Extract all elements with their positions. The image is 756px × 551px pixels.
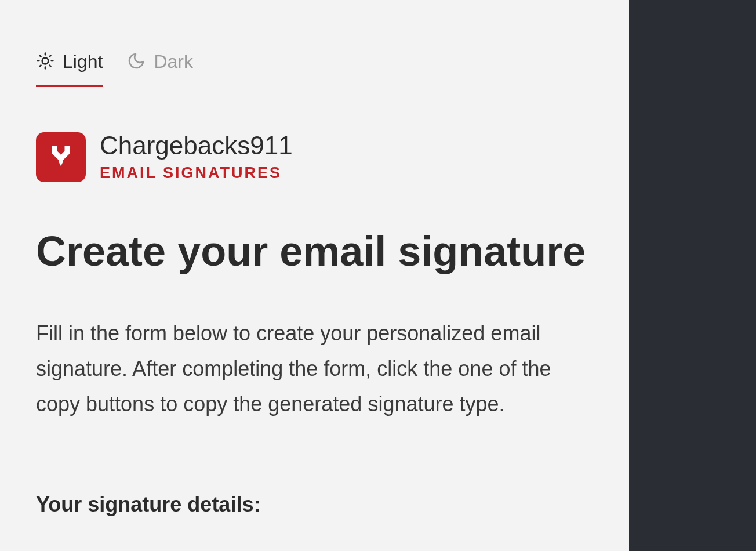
brand-name: Chargebacks911	[100, 133, 293, 158]
svg-point-0	[42, 57, 49, 64]
brand-logo-icon	[46, 141, 76, 173]
sun-icon	[36, 52, 54, 72]
svg-line-3	[40, 55, 41, 56]
theme-tabs: Light Dark	[36, 51, 593, 87]
main-content: Light Dark Chargebacks911 EMAIL SIGNATUR…	[0, 0, 629, 551]
svg-line-4	[50, 65, 51, 66]
theme-tab-dark-label: Dark	[154, 51, 193, 72]
moon-icon	[127, 52, 146, 72]
theme-tab-dark[interactable]: Dark	[127, 51, 193, 87]
page-description: Fill in the form below to create your pe…	[36, 316, 569, 422]
brand-logo	[36, 132, 86, 182]
form-section-title: Your signature details:	[36, 492, 593, 517]
brand-subtitle: EMAIL SIGNATURES	[100, 164, 293, 182]
theme-tab-light[interactable]: Light	[36, 51, 103, 87]
svg-line-8	[50, 55, 51, 56]
page-title: Create your email signature	[36, 230, 593, 274]
sidebar-panel	[629, 0, 756, 551]
svg-line-7	[40, 65, 41, 66]
brand-header: Chargebacks911 EMAIL SIGNATURES	[36, 132, 593, 182]
brand-text: Chargebacks911 EMAIL SIGNATURES	[100, 133, 293, 182]
theme-tab-light-label: Light	[63, 51, 103, 72]
